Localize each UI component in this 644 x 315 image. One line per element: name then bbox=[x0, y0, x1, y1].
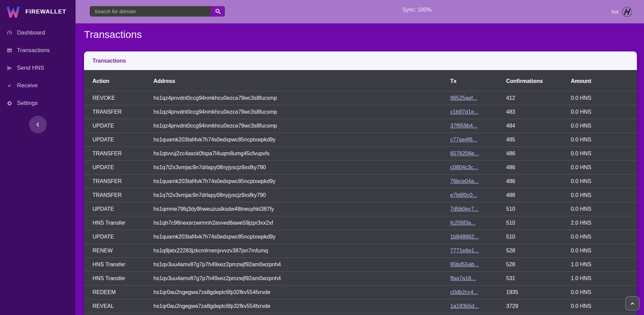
dashboard-gauge-icon bbox=[6, 30, 13, 36]
cell-amount: 0.0 HNS bbox=[571, 188, 637, 202]
main-content: Transactions Transactions Action Address… bbox=[76, 23, 644, 315]
tx-link[interactable]: 37f959b4... bbox=[450, 123, 477, 129]
cell-address: hs1qr0au2ngegwa7za8gdeptc6fp32fkv554fxrv… bbox=[153, 299, 450, 313]
table-row: REVOKEhs1qz4pnvdnt0ccg94nmkhcu0ezca79wc3… bbox=[84, 91, 637, 105]
cell-action: UPDATE bbox=[84, 202, 153, 216]
sync-status: Sync: 100% bbox=[402, 7, 431, 13]
table-row: TRANSFERhs1quamk203taf4vk7h74s0edxpwc85n… bbox=[84, 175, 637, 188]
cell-tx: 7771e6e1... bbox=[450, 244, 506, 258]
cell-address: hs1qv3uu4amv87g7p7h49xez2pmzwjf92am0wzpn… bbox=[153, 272, 450, 286]
column-header-address: Address bbox=[153, 70, 450, 91]
cell-address: hs1qr0au2ngegwa7za8gdeptc6fp32fkv554fxrv… bbox=[153, 286, 450, 299]
sidebar-item-settings[interactable]: Settings bbox=[0, 94, 76, 112]
tx-link[interactable]: fc209f3a... bbox=[450, 220, 476, 226]
cell-amount: 0.0 HNS bbox=[571, 133, 637, 147]
search-button[interactable] bbox=[211, 6, 225, 17]
column-header-tx: Tx bbox=[450, 70, 506, 91]
tx-link[interactable]: 1b848862... bbox=[450, 234, 479, 240]
settings-gear-icon bbox=[6, 100, 13, 106]
cell-amount: 0.0 HNS bbox=[571, 105, 637, 119]
table-row: UPDATEhs1qmme79fq3dy9hweuzuslksdw48trwuy… bbox=[84, 202, 637, 216]
sidebar-item-dashboard[interactable]: Dashboard bbox=[0, 24, 76, 42]
cell-confirmations: 510 bbox=[506, 216, 571, 230]
tx-link[interactable]: 6576206e... bbox=[450, 151, 479, 156]
column-header-action: Action bbox=[84, 70, 153, 91]
table-row: UPDATEhs1quamk203taf4vk7h74s0edxpwc85ncp… bbox=[84, 230, 637, 244]
table-row: TRANSFERhs1qtvvuj2zc4asck0fspa7l4uqm8umg… bbox=[84, 147, 637, 161]
transactions-card: Transactions Action Address Tx Confirmat… bbox=[84, 51, 637, 315]
tx-link[interactable]: c1b97d1e... bbox=[450, 109, 479, 115]
sidebar-item-label: Dashboard bbox=[17, 29, 45, 36]
sidebar-item-receive[interactable]: Receive bbox=[0, 77, 76, 94]
cell-action: UPDATE bbox=[84, 119, 153, 133]
cell-address: hs1qz4pnvdnt0ccg94nmkhcu0ezca79wc3s8fucs… bbox=[153, 119, 450, 133]
tx-link[interactable]: c0db2cc4... bbox=[450, 289, 478, 295]
transactions-table: Action Address Tx Confirmations Amount R… bbox=[84, 70, 637, 313]
chevron-up-icon bbox=[629, 300, 636, 307]
cell-tx: c77ae4f6... bbox=[450, 133, 506, 147]
wallet-name: hot bbox=[611, 9, 619, 15]
cell-action: TRANSFER bbox=[84, 175, 153, 188]
tx-link[interactable]: 7d5b0ec7... bbox=[450, 206, 479, 212]
cell-action: HNS Transfer bbox=[84, 258, 153, 272]
cell-amount: 0.0 HNS bbox=[571, 175, 637, 188]
sidebar-item-send-hns[interactable]: Send HNS bbox=[0, 59, 76, 77]
cell-action: TRANSFER bbox=[84, 105, 153, 119]
cell-action: TRANSFER bbox=[84, 188, 153, 202]
tx-link[interactable]: 85bd55ab... bbox=[450, 262, 479, 267]
cell-address: hs1q7t2x3vmjac9n7drlapy08nyjyscjz9xsfky7… bbox=[153, 188, 450, 202]
cell-tx: fc209f3a... bbox=[450, 216, 506, 230]
cell-address: hs1q7t2x3vmjac9n7drlapy08nyjyscjz9xsfky7… bbox=[153, 161, 450, 175]
sidebar-item-label: Settings bbox=[17, 100, 38, 107]
brand-name: FIREWALLET bbox=[25, 8, 66, 15]
cell-action: UPDATE bbox=[84, 230, 153, 244]
cell-confirmations: 486 bbox=[506, 175, 571, 188]
tx-link[interactable]: 1a193b5d... bbox=[450, 303, 479, 309]
tx-link[interactable]: ffaa7a18... bbox=[450, 275, 476, 281]
cell-amount: 0.0 HNS bbox=[571, 147, 637, 161]
table-row: REDEEMhs1qr0au2ngegwa7za8gdeptc6fp32fkv5… bbox=[84, 286, 637, 299]
column-header-confirmations: Confirmations bbox=[506, 70, 571, 91]
receive-arrow-icon bbox=[6, 83, 13, 89]
cell-amount: 2.0 HNS bbox=[571, 216, 637, 230]
table-row: HNS Transferhs1qv3uu4amv87g7p7h49xez2pmz… bbox=[84, 272, 637, 286]
cell-amount: 0.0 HNS bbox=[571, 119, 637, 133]
cell-address: hs1qz4pnvdnt0ccg94nmkhcu0ezca79wc3s8fucs… bbox=[153, 91, 450, 105]
cell-amount: 1.0 HNS bbox=[571, 272, 637, 286]
cell-address: hs1quamk203taf4vk7h74s0edxpwc85ncptxwpkd… bbox=[153, 175, 450, 188]
send-plane-icon bbox=[6, 65, 13, 71]
cell-address: hs1qmme79fq3dy9hweuzuslksdw48trwuyhkt387… bbox=[153, 202, 450, 216]
table-row: HNS Transferhs1qh7c98nexsrzwrmnh2avved6a… bbox=[84, 216, 637, 230]
tx-link[interactable]: 76bce04a... bbox=[450, 178, 479, 184]
tx-link[interactable]: 96525aef... bbox=[450, 95, 477, 101]
cell-action: RENEW bbox=[84, 244, 153, 258]
card-header: Transactions bbox=[84, 51, 637, 70]
sidebar-nav: Dashboard Transactions Send HNS Receive … bbox=[0, 23, 76, 112]
tx-link[interactable]: c0804c3c... bbox=[450, 164, 478, 170]
sidebar-collapse-button[interactable] bbox=[29, 116, 47, 133]
cell-address: hs1qh7c98nexsrzwrmnh2avved6awe59jzpr3xx2… bbox=[153, 216, 450, 230]
tx-link[interactable]: 7771e6e1... bbox=[450, 248, 479, 253]
cell-tx: 6576206e... bbox=[450, 147, 506, 161]
table-row: RENEWhs1q9jatx22283jzkcmlrnenjxvvzv387js… bbox=[84, 244, 637, 258]
tx-link[interactable]: c77ae4f6... bbox=[450, 137, 477, 142]
cell-confirmations: 486 bbox=[506, 147, 571, 161]
sidebar-item-transactions[interactable]: Transactions bbox=[0, 42, 76, 59]
transactions-table-icon bbox=[6, 47, 13, 53]
search-input[interactable] bbox=[90, 6, 211, 17]
cell-amount: 0.0 HNS bbox=[571, 244, 637, 258]
scroll-to-top-button[interactable] bbox=[625, 296, 640, 310]
cell-tx: 1b848862... bbox=[450, 230, 506, 244]
brand-header: FIREWALLET bbox=[0, 0, 76, 23]
cell-amount: 0.0 HNS bbox=[571, 161, 637, 175]
search-icon bbox=[215, 8, 221, 15]
cell-amount: 0.0 HNS bbox=[571, 230, 637, 244]
column-header-amount: Amount bbox=[571, 70, 637, 91]
cell-action: REDEEM bbox=[84, 286, 153, 299]
tx-link[interactable]: e7b6f0c0... bbox=[450, 192, 477, 198]
cell-address: hs1q9jatx22283jzkcmlrnenjxvvzv387jsn7mfu… bbox=[153, 244, 450, 258]
handshake-wallet-icon[interactable] bbox=[622, 6, 632, 17]
cell-amount: 0.0 HNS bbox=[571, 202, 637, 216]
cell-tx: 1a193b5d... bbox=[450, 299, 506, 313]
cell-address: hs1qz4pnvdnt0ccg94nmkhcu0ezca79wc3s8fucs… bbox=[153, 105, 450, 119]
